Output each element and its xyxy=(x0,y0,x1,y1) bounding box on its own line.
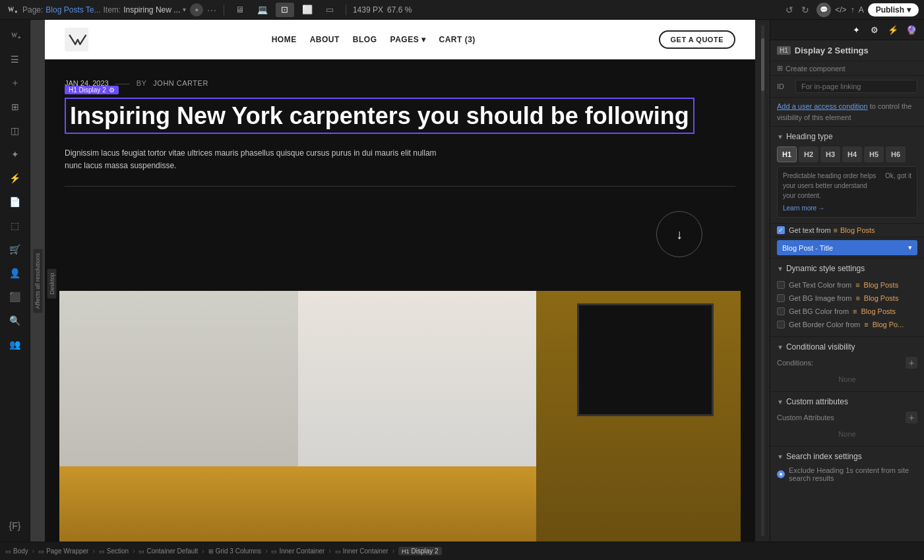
sidebar-red-square-icon[interactable]: ⬛ xyxy=(3,286,27,307)
nav-blog[interactable]: BLOG xyxy=(353,35,377,44)
breadcrumb-body[interactable]: ▭ Body xyxy=(5,547,28,555)
nav-about[interactable]: ABOUT xyxy=(310,35,340,44)
grid-icon: ⊞ xyxy=(208,548,214,555)
text-color-collection-icon: ≡ xyxy=(855,281,859,289)
h2-button[interactable]: H2 xyxy=(799,146,818,162)
h4-button[interactable]: H4 xyxy=(842,146,862,162)
bg-image-checkbox[interactable] xyxy=(777,294,785,302)
cond-header[interactable]: ▼ Conditional visibility xyxy=(777,342,917,352)
element-gear-icon[interactable]: ⚙ xyxy=(109,86,115,94)
desktop-icon[interactable]: 🖥 xyxy=(231,3,249,17)
blog-title-box[interactable]: Inspiring New York carpenters you should… xyxy=(65,98,694,134)
text-color-label: Get Text Color from xyxy=(789,281,851,289)
sidebar-layers-icon[interactable]: ☰ xyxy=(3,49,27,70)
profile-button[interactable]: A xyxy=(859,5,864,15)
collection-icon: ≡ xyxy=(834,226,838,234)
item-name[interactable]: Inspiring New ... xyxy=(123,5,180,15)
mobile-landscape-icon[interactable]: ⬜ xyxy=(298,3,317,17)
nav-home[interactable]: HOME xyxy=(272,35,297,44)
nav-pages[interactable]: PAGES ▾ xyxy=(390,35,426,44)
h6-button[interactable]: H6 xyxy=(886,146,906,162)
scrollbar-thumb[interactable] xyxy=(761,38,764,91)
laptop-icon[interactable]: 💻 xyxy=(253,3,272,17)
id-input[interactable] xyxy=(795,80,917,93)
blog-body: Dignissim lacus feugiat tortor vitae ult… xyxy=(65,147,447,172)
add-condition-button[interactable]: + xyxy=(906,357,917,369)
item-chevron-icon[interactable]: ▾ xyxy=(183,6,186,13)
tablet-icon[interactable]: ⊡ xyxy=(276,3,294,17)
add-attribute-button[interactable]: + xyxy=(906,412,917,423)
nav-cta-button[interactable]: GET A QUOTE xyxy=(659,30,735,49)
sidebar-search-icon[interactable]: 🔍 xyxy=(3,310,27,331)
lightning-icon[interactable]: 🔮 xyxy=(903,22,920,37)
sidebar-users-icon[interactable]: 👤 xyxy=(3,263,27,284)
undo-button[interactable]: ↺ xyxy=(782,3,797,16)
conditional-visibility-section: ▼ Conditional visibility Conditions: + N… xyxy=(770,337,924,392)
sidebar-settings-icon[interactable]: {F} xyxy=(3,515,27,536)
get-text-dropdown[interactable]: Blog Post - Title ▾ xyxy=(777,240,917,255)
affects-label: Affects all resolutions xyxy=(33,249,42,313)
scroll-down-button[interactable]: ↓ xyxy=(656,211,702,257)
text-color-checkbox[interactable] xyxy=(777,281,785,289)
checkmark-icon: ✓ xyxy=(778,227,784,233)
page-name[interactable]: Blog Posts Te... xyxy=(46,5,100,15)
site-nav: HOME ABOUT BLOG PAGES ▾ CART (3) GET A Q… xyxy=(45,20,755,59)
ok-button[interactable]: Ok, got it xyxy=(885,171,911,181)
breadcrumb-inner2[interactable]: ▭ Inner Container xyxy=(335,547,388,555)
photo-section xyxy=(59,291,741,542)
sidebar-ecommerce-icon[interactable]: 🛒 xyxy=(3,239,27,260)
svg-point-0 xyxy=(15,10,18,13)
custom-attrs-row: Custom Attributes + xyxy=(777,412,917,423)
breadcrumb-section[interactable]: ▭ Section xyxy=(99,547,129,555)
breadcrumb-page-wrapper[interactable]: ▭ Page Wrapper xyxy=(38,547,88,555)
breadcrumb-container[interactable]: ▭ Container Default xyxy=(139,547,198,555)
border-color-checkbox[interactable] xyxy=(777,321,785,328)
settings-gear-icon[interactable]: ⚙ xyxy=(866,22,883,37)
h5-button[interactable]: H5 xyxy=(864,146,884,162)
publish-button[interactable]: Publish ▾ xyxy=(868,3,919,16)
sidebar-cms-icon[interactable]: ⬚ xyxy=(3,215,27,236)
nav-cart[interactable]: CART (3) xyxy=(439,35,476,44)
breadcrumb-grid[interactable]: ⊞ Grid 3 Columns xyxy=(208,547,261,555)
search-exclude-row: Exclude Heading 1s content from site sea… xyxy=(777,466,917,482)
canvas-scrollbar[interactable] xyxy=(755,20,770,542)
sidebar-interactions-icon[interactable]: ⚡ xyxy=(3,168,27,189)
breadcrumb-h1-display2[interactable]: H1 Display 2 xyxy=(398,547,442,555)
search-index-header[interactable]: ▼ Search index settings xyxy=(777,452,917,461)
get-text-checkbox[interactable]: ✓ xyxy=(777,226,785,234)
sidebar-pages-icon[interactable]: 📄 xyxy=(3,191,27,212)
sidebar-logo-icon[interactable] xyxy=(3,25,27,46)
desktop-label: Desktop xyxy=(47,268,57,298)
sidebar-add-icon[interactable]: ＋ xyxy=(3,73,27,94)
learn-more-link[interactable]: Learn more → xyxy=(783,203,824,213)
style-icon[interactable]: ✦ xyxy=(847,22,865,37)
publish-chevron-icon: ▾ xyxy=(907,5,911,15)
breadcrumb-inner1[interactable]: ▭ Inner Container xyxy=(271,547,324,555)
sidebar-components-icon[interactable]: ⊞ xyxy=(3,96,27,117)
code-toggle-button[interactable]: </> xyxy=(835,5,846,15)
comments-button[interactable]: 💬 xyxy=(816,3,831,17)
search-radio-button[interactable] xyxy=(777,470,785,478)
sep-2: › xyxy=(92,547,94,555)
h3-button[interactable]: H3 xyxy=(820,146,840,162)
mobile-portrait-icon[interactable]: ▭ xyxy=(321,3,339,17)
h1-badge: H1 xyxy=(777,46,791,55)
heading-type-header[interactable]: ▼ Heading type xyxy=(777,132,917,141)
dynamic-style-header[interactable]: ▼ Dynamic style settings xyxy=(777,264,917,273)
export-button[interactable]: ↑ xyxy=(851,5,855,15)
bg-color-checkbox[interactable] xyxy=(777,307,785,315)
blog-divider xyxy=(65,186,735,187)
sidebar-styles-icon[interactable]: ✦ xyxy=(3,144,27,165)
h1-button[interactable]: H1 xyxy=(777,146,797,162)
affects-label-container: Affects all resolutions xyxy=(30,20,45,542)
redo-button[interactable]: ↻ xyxy=(798,3,813,16)
section-icon: ▭ xyxy=(99,548,105,555)
custom-attrs-header[interactable]: ▼ Custom attributes xyxy=(777,397,917,406)
interactions-icon[interactable]: ⚡ xyxy=(884,22,902,37)
sidebar-assets-icon[interactable]: ◫ xyxy=(3,120,27,141)
create-component-row[interactable]: ⊞ Create component xyxy=(770,61,924,76)
more-options-button[interactable]: ··· xyxy=(207,5,217,15)
sidebar-users2-icon[interactable]: 👥 xyxy=(3,334,27,355)
access-condition-link[interactable]: Add a user access condition xyxy=(777,102,868,110)
arrow-icon: → xyxy=(818,203,824,213)
